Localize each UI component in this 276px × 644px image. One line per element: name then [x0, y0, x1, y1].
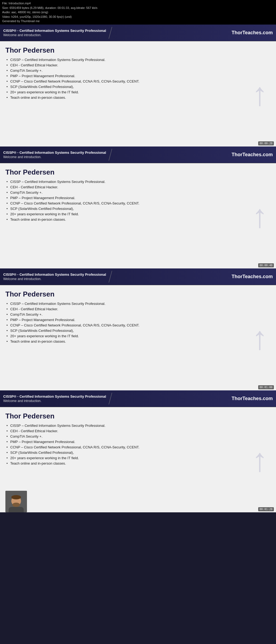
bullet-2-6: SCP (SolarWinds Certified Professional),	[5, 207, 271, 211]
frame-header-4: CISSP® - Certified Information Systems S…	[0, 390, 276, 407]
bullet-4-8-rest: ch online and in-person classes.	[16, 461, 66, 465]
header-divider-1	[109, 27, 112, 39]
bullet-list-3: CISSP – Certified Information Systems Se…	[5, 302, 271, 343]
bullet-1-1: CISSP – Certified Information Systems Se…	[5, 58, 271, 62]
frame-title-top-1: CISSP® - Certified Information Systems S…	[3, 29, 106, 33]
bullet-2-3: CompTIA Security +.	[5, 190, 271, 195]
file-info-generated: Generated by Thumbnail me	[2, 19, 274, 23]
frame-brand-2: ThorTeaches.com	[232, 152, 273, 158]
frame-content-2: ↑ Thor Pedersen CISSP – Certified Inform…	[0, 163, 276, 268]
file-info-audio: Audio: aac, 48000 Hz, stereo (eng)	[2, 10, 274, 15]
frame-header-left-1: CISSP® - Certified Information Systems S…	[3, 29, 106, 37]
timestamp-3: 00:01:00	[258, 385, 274, 389]
bullet-list-1: CISSP – Certified Information Systems Se…	[5, 58, 271, 100]
bullet-2-5: CCNP – Cisco Certified Network Professio…	[5, 201, 271, 205]
frame-header-3: CISSP® - Certified Information Systems S…	[0, 268, 276, 285]
video-frame-3: CISSP® - Certified Information Systems S…	[0, 268, 276, 390]
bullet-4-5: CCNP – Cisco Certified Network Professio…	[5, 445, 271, 449]
bullet-1-6: SCP (SolarWinds Certified Professional),	[5, 85, 271, 89]
frame-title-sub-1: Welcome and introduction.	[3, 33, 106, 37]
bullet-4-4: PMP – Project Management Professional.	[5, 440, 271, 444]
file-info-size: Size: 6591459 bytes (6.29 MiB), duration…	[2, 6, 274, 10]
frame-header-left-4: CISSP® - Certified Information Systems S…	[3, 394, 106, 403]
header-divider-2	[109, 149, 112, 161]
frame-header-left-2: CISSP® - Certified Information Systems S…	[3, 151, 106, 159]
bullet-3-8: Teach online and in-person classes.	[5, 339, 271, 343]
bullet-4-1: CISSP – Certified Information Systems Se…	[5, 424, 271, 428]
bullet-1-7: 20+ years experience working in the IT f…	[5, 90, 271, 94]
frame-heading-4: Thor Pedersen	[5, 412, 271, 420]
bullet-3-2: CEH - Certified Ethical Hacker.	[5, 307, 271, 311]
frame-content-1: ↑ Thor Pedersen CISSP – Certified Inform…	[0, 41, 276, 146]
bullet-3-3: CompTIA Security +.	[5, 312, 271, 316]
bullet-2-4: PMP – Project Management Professional.	[5, 196, 271, 200]
bullet-4-8: Teach online and in-person classes.	[5, 461, 271, 465]
frame-heading-3: Thor Pedersen	[5, 290, 271, 298]
bullet-4-6: SCP (SolarWinds Certified Professional),	[5, 451, 271, 455]
frame-heading-2: Thor Pedersen	[5, 168, 271, 176]
video-frame-2: CISSP® - Certified Information Systems S…	[0, 146, 276, 268]
bullet-3-1: CISSP – Certified Information Systems Se…	[5, 302, 271, 306]
frame-heading-1: Thor Pedersen	[5, 46, 271, 54]
bullet-3-6: SCP (SolarWinds Certified Professional),	[5, 329, 271, 333]
header-divider-3	[109, 271, 112, 282]
bullet-1-2: CEH - Certified Ethical Hacker.	[5, 63, 271, 67]
bullet-1-8: Teach online and in-person classes.	[5, 96, 271, 100]
person-thumbnail	[5, 491, 27, 512]
bullet-2-7: 20+ years experience working in the IT f…	[5, 212, 271, 216]
timestamp-1: 00:00:20	[258, 141, 274, 145]
frame-title-sub-3: Welcome and introduction.	[3, 277, 106, 281]
frame-title-sub-2: Welcome and introduction.	[3, 155, 106, 159]
svg-point-3	[12, 503, 20, 507]
file-info-filename: File: Introduction.mp4	[2, 1, 274, 6]
file-info-bar: File: Introduction.mp4 Size: 6591459 byt…	[0, 0, 276, 25]
bullet-list-4: CISSP – Certified Information Systems Se…	[5, 424, 271, 465]
bullet-3-7: 20+ years experience working in the IT f…	[5, 334, 271, 338]
bullet-3-5: CCNP – Cisco Certified Network Professio…	[5, 323, 271, 327]
header-divider-4	[109, 393, 112, 404]
frame-content-4: ↑ Thor Pedersen CISSP – Certified Inform…	[0, 407, 276, 512]
bullet-1-4: PMP – Project Management Professional.	[5, 74, 271, 78]
frame-header-2: CISSP® - Certified Information Systems S…	[0, 146, 276, 163]
frame-brand-3: ThorTeaches.com	[232, 274, 273, 280]
bullet-4-7: 20+ years experience working in the IT f…	[5, 456, 271, 460]
frame-content-3: ↑ Thor Pedersen CISSP – Certified Inform…	[0, 285, 276, 390]
svg-rect-5	[9, 507, 24, 512]
bullet-3-4: PMP – Project Management Professional.	[5, 318, 271, 322]
bullet-4-2: CEH - Certified Ethical Hacker.	[5, 429, 271, 433]
frame-header-left-3: CISSP® - Certified Information Systems S…	[3, 272, 106, 281]
bullet-2-1: CISSP – Certified Information Systems Se…	[5, 180, 271, 184]
bullet-2-2: CEH - Certified Ethical Hacker.	[5, 185, 271, 189]
bullet-2-8: Teach online and in-person classes.	[5, 217, 271, 222]
bullet-1-3: CompTIA Security +.	[5, 69, 271, 73]
frame-title-top-2: CISSP® - Certified Information Systems S…	[3, 151, 106, 155]
timestamp-2: 00:00:40	[258, 263, 274, 267]
frame-brand-4: ThorTeaches.com	[232, 396, 273, 401]
bullet-4-3: CompTIA Security +.	[5, 434, 271, 438]
bullet-1-5: CCNP – Cisco Certified Network Professio…	[5, 79, 271, 83]
bullet-list-2: CISSP – Certified Information Systems Se…	[5, 180, 271, 222]
video-frame-1: CISSP® - Certified Information Systems S…	[0, 25, 276, 146]
timestamp-4: 00:01:20	[258, 507, 274, 511]
frame-title-sub-4: Welcome and introduction.	[3, 399, 106, 403]
frame-header-1: CISSP® - Certified Information Systems S…	[0, 25, 276, 41]
svg-point-4	[11, 495, 21, 499]
video-frame-4: CISSP® - Certified Information Systems S…	[0, 390, 276, 512]
frame-title-top-3: CISSP® - Certified Information Systems S…	[3, 272, 106, 277]
frame-title-top-4: CISSP® - Certified Information Systems S…	[3, 394, 106, 398]
frame-brand-1: ThorTeaches.com	[232, 30, 273, 36]
person-avatar-svg	[5, 491, 27, 512]
file-info-video: Video: h264, yuv420p, 1920x1080, 30.00 f…	[2, 15, 274, 19]
